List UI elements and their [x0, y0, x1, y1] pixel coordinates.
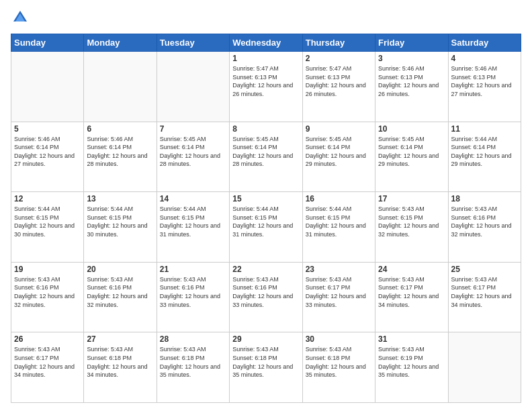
day-number: 7 [160, 124, 226, 134]
day-cell: 29Sunrise: 5:43 AM Sunset: 6:18 PM Dayli… [230, 332, 302, 403]
day-number: 31 [378, 334, 445, 344]
day-info: Sunrise: 5:45 AM Sunset: 6:14 PM Dayligh… [306, 135, 372, 169]
day-cell: 27Sunrise: 5:43 AM Sunset: 6:18 PM Dayli… [84, 332, 157, 403]
week-row-1: 1Sunrise: 5:47 AM Sunset: 6:13 PM Daylig… [11, 52, 521, 122]
week-row-5: 26Sunrise: 5:43 AM Sunset: 6:17 PM Dayli… [11, 332, 521, 403]
day-info: Sunrise: 5:45 AM Sunset: 6:14 PM Dayligh… [160, 135, 226, 169]
day-info: Sunrise: 5:44 AM Sunset: 6:15 PM Dayligh… [87, 205, 153, 238]
day-info: Sunrise: 5:45 AM Sunset: 6:14 PM Dayligh… [232, 135, 299, 169]
day-number: 1 [232, 54, 299, 63]
day-cell: 16Sunrise: 5:44 AM Sunset: 6:15 PM Dayli… [302, 192, 375, 263]
day-info: Sunrise: 5:43 AM Sunset: 6:17 PM Dayligh… [451, 275, 518, 309]
day-info: Sunrise: 5:47 AM Sunset: 6:13 PM Dayligh… [306, 64, 372, 98]
day-info: Sunrise: 5:43 AM Sunset: 6:18 PM Dayligh… [160, 345, 226, 379]
day-number: 10 [378, 124, 445, 134]
day-info: Sunrise: 5:46 AM Sunset: 6:13 PM Dayligh… [451, 64, 518, 98]
day-info: Sunrise: 5:44 AM Sunset: 6:15 PM Dayligh… [306, 205, 372, 238]
day-cell: 28Sunrise: 5:43 AM Sunset: 6:18 PM Dayli… [157, 332, 229, 403]
day-number: 16 [306, 194, 372, 203]
logo-icon [11, 8, 30, 27]
day-number: 6 [87, 124, 153, 134]
weekday-saturday: Saturday [448, 34, 521, 52]
day-number: 3 [378, 54, 445, 63]
day-number: 30 [306, 334, 372, 344]
day-cell: 22Sunrise: 5:43 AM Sunset: 6:16 PM Dayli… [230, 262, 302, 332]
day-info: Sunrise: 5:43 AM Sunset: 6:17 PM Dayligh… [378, 275, 445, 309]
day-cell: 19Sunrise: 5:43 AM Sunset: 6:16 PM Dayli… [11, 262, 84, 332]
day-number: 26 [14, 334, 81, 344]
weekday-header-row: SundayMondayTuesdayWednesdayThursdayFrid… [11, 34, 521, 52]
day-cell: 30Sunrise: 5:43 AM Sunset: 6:18 PM Dayli… [302, 332, 375, 403]
day-info: Sunrise: 5:43 AM Sunset: 6:19 PM Dayligh… [378, 345, 445, 379]
week-row-3: 12Sunrise: 5:44 AM Sunset: 6:15 PM Dayli… [11, 192, 521, 263]
weekday-monday: Monday [84, 34, 157, 52]
day-cell: 11Sunrise: 5:44 AM Sunset: 6:14 PM Dayli… [448, 122, 521, 192]
day-cell: 23Sunrise: 5:43 AM Sunset: 6:17 PM Dayli… [302, 262, 375, 332]
day-number: 25 [451, 265, 518, 274]
day-cell: 31Sunrise: 5:43 AM Sunset: 6:19 PM Dayli… [375, 332, 448, 403]
day-cell: 6Sunrise: 5:46 AM Sunset: 6:14 PM Daylig… [84, 122, 157, 192]
day-info: Sunrise: 5:44 AM Sunset: 6:14 PM Dayligh… [451, 135, 518, 169]
weekday-friday: Friday [375, 34, 448, 52]
day-info: Sunrise: 5:43 AM Sunset: 6:17 PM Dayligh… [306, 275, 372, 309]
day-cell [11, 52, 84, 122]
day-info: Sunrise: 5:44 AM Sunset: 6:15 PM Dayligh… [160, 205, 226, 238]
day-number: 15 [232, 194, 299, 203]
day-info: Sunrise: 5:44 AM Sunset: 6:15 PM Dayligh… [232, 205, 299, 238]
day-info: Sunrise: 5:44 AM Sunset: 6:15 PM Dayligh… [14, 205, 81, 238]
weekday-sunday: Sunday [11, 34, 84, 52]
day-cell: 7Sunrise: 5:45 AM Sunset: 6:14 PM Daylig… [157, 122, 229, 192]
day-number: 19 [14, 265, 81, 274]
day-info: Sunrise: 5:46 AM Sunset: 6:14 PM Dayligh… [14, 135, 81, 169]
day-number: 11 [451, 124, 518, 134]
week-row-2: 5Sunrise: 5:46 AM Sunset: 6:14 PM Daylig… [11, 122, 521, 192]
day-info: Sunrise: 5:43 AM Sunset: 6:18 PM Dayligh… [306, 345, 372, 379]
calendar: SundayMondayTuesdayWednesdayThursdayFrid… [11, 34, 521, 403]
day-cell: 20Sunrise: 5:43 AM Sunset: 6:16 PM Dayli… [84, 262, 157, 332]
day-info: Sunrise: 5:43 AM Sunset: 6:18 PM Dayligh… [232, 345, 299, 379]
day-info: Sunrise: 5:43 AM Sunset: 6:16 PM Dayligh… [87, 275, 153, 309]
day-cell: 8Sunrise: 5:45 AM Sunset: 6:14 PM Daylig… [230, 122, 302, 192]
day-cell: 24Sunrise: 5:43 AM Sunset: 6:17 PM Dayli… [375, 262, 448, 332]
day-cell: 14Sunrise: 5:44 AM Sunset: 6:15 PM Dayli… [157, 192, 229, 263]
day-cell: 15Sunrise: 5:44 AM Sunset: 6:15 PM Dayli… [230, 192, 302, 263]
day-number: 8 [232, 124, 299, 134]
day-cell: 9Sunrise: 5:45 AM Sunset: 6:14 PM Daylig… [302, 122, 375, 192]
day-cell: 26Sunrise: 5:43 AM Sunset: 6:17 PM Dayli… [11, 332, 84, 403]
day-info: Sunrise: 5:43 AM Sunset: 6:18 PM Dayligh… [87, 345, 153, 379]
week-row-4: 19Sunrise: 5:43 AM Sunset: 6:16 PM Dayli… [11, 262, 521, 332]
day-number: 20 [87, 265, 153, 274]
day-cell: 3Sunrise: 5:46 AM Sunset: 6:13 PM Daylig… [375, 52, 448, 122]
day-info: Sunrise: 5:43 AM Sunset: 6:15 PM Dayligh… [378, 205, 445, 238]
day-cell: 17Sunrise: 5:43 AM Sunset: 6:15 PM Dayli… [375, 192, 448, 263]
day-number: 28 [160, 334, 226, 344]
day-info: Sunrise: 5:43 AM Sunset: 6:16 PM Dayligh… [451, 205, 518, 238]
day-cell: 10Sunrise: 5:45 AM Sunset: 6:14 PM Dayli… [375, 122, 448, 192]
day-cell [84, 52, 157, 122]
day-cell: 18Sunrise: 5:43 AM Sunset: 6:16 PM Dayli… [448, 192, 521, 263]
day-number: 18 [451, 194, 518, 203]
day-number: 12 [14, 194, 81, 203]
day-number: 2 [306, 54, 372, 63]
logo [11, 8, 32, 27]
day-number: 14 [160, 194, 226, 203]
day-info: Sunrise: 5:46 AM Sunset: 6:13 PM Dayligh… [378, 64, 445, 98]
day-number: 13 [87, 194, 153, 203]
day-cell [157, 52, 229, 122]
day-cell: 25Sunrise: 5:43 AM Sunset: 6:17 PM Dayli… [448, 262, 521, 332]
day-number: 9 [306, 124, 372, 134]
day-number: 27 [87, 334, 153, 344]
day-info: Sunrise: 5:43 AM Sunset: 6:16 PM Dayligh… [14, 275, 81, 309]
day-info: Sunrise: 5:47 AM Sunset: 6:13 PM Dayligh… [232, 64, 299, 98]
header [11, 8, 521, 27]
day-number: 22 [232, 265, 299, 274]
day-number: 21 [160, 265, 226, 274]
day-cell: 2Sunrise: 5:47 AM Sunset: 6:13 PM Daylig… [302, 52, 375, 122]
page: SundayMondayTuesdayWednesdayThursdayFrid… [0, 0, 532, 411]
day-info: Sunrise: 5:45 AM Sunset: 6:14 PM Dayligh… [378, 135, 445, 169]
day-info: Sunrise: 5:46 AM Sunset: 6:14 PM Dayligh… [87, 135, 153, 169]
weekday-tuesday: Tuesday [157, 34, 229, 52]
day-number: 4 [451, 54, 518, 63]
day-number: 5 [14, 124, 81, 134]
weekday-thursday: Thursday [302, 34, 375, 52]
